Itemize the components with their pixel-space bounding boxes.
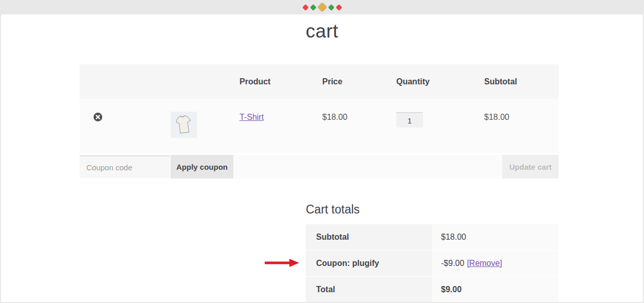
diamond-icon [328, 4, 335, 11]
product-name-link[interactable]: T-Shirt [240, 113, 264, 121]
subtotal-value: $18.00 [432, 224, 559, 250]
cart-actions-bar: Apply coupon Update cart [80, 155, 559, 179]
quantity-input[interactable] [396, 112, 423, 128]
coupon-row: Coupon: plugify -$9.00 [Remove] [306, 251, 559, 276]
column-header-price: Price [322, 77, 396, 86]
cart-table-header-row: Product Price Quantity Subtotal [80, 64, 559, 99]
item-subtotal: $18.00 [484, 99, 559, 122]
item-price: $18.00 [322, 99, 396, 122]
product-thumbnail[interactable] [171, 112, 197, 138]
quantity-cell [396, 99, 484, 128]
circle-x-icon [94, 113, 102, 121]
subtotal-row: Subtotal $18.00 [306, 224, 559, 250]
diamond-icon [310, 4, 317, 11]
page-title: cart [0, 21, 644, 42]
update-cart-button[interactable]: Update cart [502, 155, 559, 179]
total-value: $9.00 [432, 277, 559, 302]
diamond-icon [336, 4, 342, 11]
cart-item-row: T-Shirt $18.00 $18.00 [80, 99, 559, 153]
column-header-subtotal: Subtotal [484, 77, 559, 86]
tshirt-image [171, 112, 197, 138]
remove-coupon-link[interactable]: [Remove] [467, 259, 502, 268]
apply-coupon-button[interactable]: Apply coupon [171, 155, 233, 179]
cart-table: Product Price Quantity Subtotal [80, 64, 559, 153]
diamond-icon [317, 2, 327, 12]
cart-totals-table: Subtotal $18.00 Coupon: plugify -$9.00 [… [306, 224, 559, 303]
browser-viewport: cart Product Price Quantity Subtotal [0, 0, 644, 303]
total-row: Total $9.00 [306, 277, 559, 302]
cart-totals-heading: Cart totals [306, 203, 360, 217]
total-label: Total [306, 277, 432, 302]
coupon-discount-amount: -$9.00 [441, 259, 464, 268]
annotation-arrow-icon [264, 259, 299, 267]
product-cell: T-Shirt [240, 99, 322, 122]
remove-item-button[interactable] [94, 113, 102, 121]
subtotal-label: Subtotal [306, 224, 432, 250]
diamond-icon [302, 4, 309, 11]
page-top-decoration [0, 0, 644, 14]
coupon-code-input[interactable] [80, 155, 170, 178]
column-header-quantity: Quantity [396, 77, 484, 86]
column-header-product: Product [240, 77, 322, 86]
coupon-value-cell: -$9.00 [Remove] [432, 251, 559, 276]
coupon-label: Coupon: plugify [306, 251, 432, 276]
